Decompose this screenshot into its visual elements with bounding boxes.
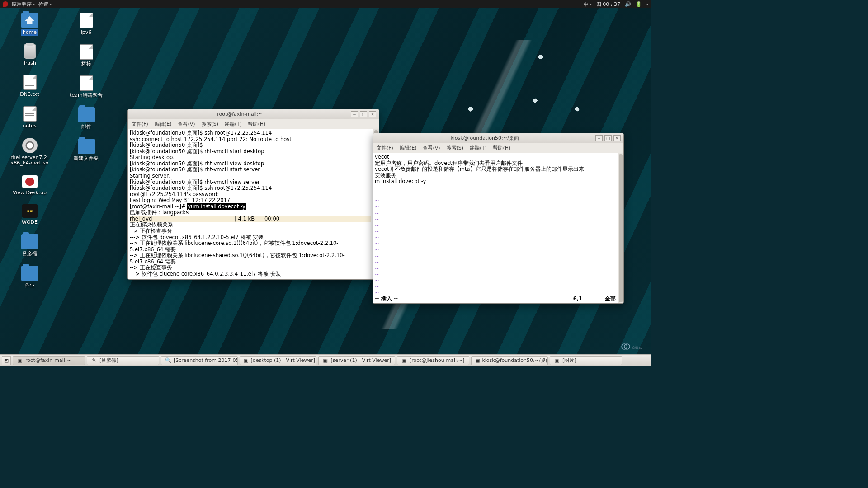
volume-icon[interactable]: 🔊 xyxy=(625,1,631,7)
terminal-output[interactable]: [kiosk@foundation50 桌面]$ ssh root@172.25… xyxy=(128,129,373,279)
desktop-icon-mail[interactable]: 邮件 xyxy=(65,107,108,131)
svg-text:亿速云: 亿速云 xyxy=(631,345,642,349)
app-icon: ▣ xyxy=(322,357,328,364)
file-icon xyxy=(80,44,93,60)
taskbar-item-label: [Screenshot from 2017-05… xyxy=(174,357,238,363)
desktop-icon-label: 桥接 xyxy=(80,61,93,68)
window-title: kiosk@foundation50:~/桌面 xyxy=(376,135,594,141)
menu-file[interactable]: 文件(F) xyxy=(132,121,148,127)
taskbar-item-label: [图片] xyxy=(562,357,576,364)
desktop-icon-label: rhel-server-7.2-x86_64-dvd.iso xyxy=(8,155,51,167)
maximize-button[interactable]: ▢ xyxy=(604,135,612,141)
desktop-icon-home[interactable]: home xyxy=(8,13,51,36)
highlighted-command: yum install dovecot -y xyxy=(187,203,246,210)
terminal-window-faxin[interactable]: root@faxin-mail:~ ━ ▢ ✕ 文件(F) 编辑(E) 查看(V… xyxy=(127,109,379,280)
app-icon: ▣ xyxy=(244,357,248,364)
desktop-icon-wode[interactable]: ▣▣WODE xyxy=(8,204,51,226)
app-icon: ▣ xyxy=(17,357,23,364)
menu-search[interactable]: 搜索(S) xyxy=(202,121,219,127)
file-lines-icon xyxy=(23,106,37,122)
file-icon xyxy=(80,13,93,28)
taskbar-item-faxin[interactable]: ▣root@faxin-mail:~ xyxy=(13,356,85,365)
desktop-icon-viewdsk[interactable]: View Desktop xyxy=(8,175,51,197)
menu-search[interactable]: 搜索(S) xyxy=(447,145,464,151)
taskbar-item-label: [root@jieshou-mail:~] xyxy=(410,357,464,363)
taskbar-item-screenshot[interactable]: 🔍[Screenshot from 2017-05… xyxy=(161,356,238,365)
taskbar-item-pictures[interactable]: ▣[图片] xyxy=(550,356,622,365)
menu-edit[interactable]: 编辑(E) xyxy=(400,145,417,151)
taskbar-item-jieshou[interactable]: ▣[root@jieshou-mail:~] xyxy=(397,356,469,365)
menu-help[interactable]: 帮助(H) xyxy=(248,121,265,127)
redhat-icon xyxy=(22,175,38,188)
activities-icon[interactable] xyxy=(3,1,8,7)
menu-view[interactable]: 查看(V) xyxy=(178,121,195,127)
scrollbar[interactable] xyxy=(618,153,623,303)
desktop-icon-label: DNS.txt xyxy=(18,91,41,98)
desktop-icon-label: notes xyxy=(21,123,38,130)
terminal-output[interactable]: vecot 定用户名称，用户密码。dovect程序带我们去看用户邮件文件 vec… xyxy=(373,153,618,303)
desktop-icon-trash[interactable]: Trash xyxy=(8,44,51,67)
battery-icon[interactable]: 🔋 xyxy=(636,1,642,7)
taskbar-item-label: kiosk@foundation50:~/桌面 xyxy=(482,357,548,364)
taskbar-item-label: root@faxin-mail:~ xyxy=(25,357,71,363)
taskbar-item-vv-server[interactable]: ▣[server (1) - Virt Viewer] xyxy=(318,356,395,365)
menu-file[interactable]: 文件(F) xyxy=(377,145,393,151)
close-button[interactable]: ✕ xyxy=(369,111,376,117)
terminal-menubar: 文件(F) 编辑(E) 查看(V) 搜索(S) 终端(T) 帮助(H) xyxy=(128,119,379,129)
wode-icon: ▣▣ xyxy=(22,204,38,218)
places-menu[interactable]: 位置▾ xyxy=(38,1,52,8)
desktop-icon-ipv6[interactable]: ipv6 xyxy=(65,13,108,36)
ime-indicator[interactable]: 中▾ xyxy=(584,1,592,8)
menu-edit[interactable]: 编辑(E) xyxy=(155,121,172,127)
app-icon: ▣ xyxy=(475,357,480,364)
watermark-logo: 亿速云 xyxy=(620,342,643,352)
disc-icon xyxy=(22,138,38,153)
applications-menu[interactable]: 应用程序▾ xyxy=(12,1,35,8)
maximize-button[interactable]: ▢ xyxy=(360,111,367,117)
desktop-icon-rheliso[interactable]: rhel-server-7.2-x86_64-dvd.iso xyxy=(8,138,51,167)
desktop-icon-label: WODE xyxy=(20,219,39,226)
minimize-button[interactable]: ━ xyxy=(595,135,603,141)
file-lines-icon xyxy=(23,75,37,90)
desktop-icon-homework[interactable]: 作业 xyxy=(8,266,51,289)
desktop-icon-label: 邮件 xyxy=(80,124,93,131)
taskbar-item-gedit-lyr[interactable]: ✎[吕彦儒] xyxy=(87,356,159,365)
system-menu-caret-icon[interactable]: ▾ xyxy=(646,2,648,6)
app-icon: ✎ xyxy=(91,357,97,364)
folder-icon xyxy=(78,107,95,122)
desktop-icon-label: home xyxy=(21,29,38,36)
window-titlebar[interactable]: root@faxin-mail:~ ━ ▢ ✕ xyxy=(128,109,379,119)
menu-terminal[interactable]: 终端(T) xyxy=(470,145,486,151)
desktop-icon-label: Trash xyxy=(21,60,38,67)
desktop-icon-label: ipv6 xyxy=(79,29,94,36)
desktop-icon-bridge[interactable]: 桥接 xyxy=(65,44,108,68)
window-title: root@faxin-mail:~ xyxy=(131,111,349,117)
menu-terminal[interactable]: 终端(T) xyxy=(225,121,241,127)
desktop-icon-label: 作业 xyxy=(23,282,37,289)
taskbar-item-foundation[interactable]: ▣kiosk@foundation50:~/桌面 xyxy=(471,356,548,365)
desktop-icon-notes[interactable]: notes xyxy=(8,106,51,130)
file-icon xyxy=(80,75,93,91)
minimize-button[interactable]: ━ xyxy=(351,111,358,117)
bottom-taskbar: ◩ ▣root@faxin-mail:~✎[吕彦儒]🔍[Screenshot f… xyxy=(0,354,651,366)
desktop-icon-dns[interactable]: DNS.txt xyxy=(8,75,51,98)
vim-tilde-column: ~~~~~~~~~~~~~~~~ xyxy=(375,198,616,296)
window-titlebar[interactable]: kiosk@foundation50:~/桌面 ━ ▢ ✕ xyxy=(373,133,623,143)
folder-home-icon xyxy=(21,13,38,28)
terminal-window-foundation[interactable]: kiosk@foundation50:~/桌面 ━ ▢ ✕ 文件(F) 编辑(E… xyxy=(373,133,624,304)
menu-view[interactable]: 查看(V) xyxy=(423,145,440,151)
desktop-icon-label: View Desktop xyxy=(11,190,48,197)
desktop-icon-newdir[interactable]: 新建文件夹 xyxy=(65,139,108,162)
folder-icon xyxy=(21,266,38,281)
close-button[interactable]: ✕ xyxy=(613,135,621,141)
top-panel: 应用程序▾ 位置▾ 中▾ 四 00 : 37 🔊 🔋 ▾ xyxy=(0,0,651,8)
scrollbar-thumb[interactable] xyxy=(619,154,623,302)
desktop-icon-lyr[interactable]: 吕彦儒 xyxy=(8,234,51,258)
desktop-icon-teamagg[interactable]: team链路聚合 xyxy=(65,75,108,99)
show-desktop-button[interactable]: ◩ xyxy=(2,356,11,365)
trash-icon xyxy=(24,44,36,59)
taskbar-item-label: [desktop (1) - Virt Viewer] xyxy=(250,357,315,363)
clock[interactable]: 四 00 : 37 xyxy=(596,1,620,8)
taskbar-item-vv-desktop[interactable]: ▣[desktop (1) - Virt Viewer] xyxy=(240,356,316,365)
menu-help[interactable]: 帮助(H) xyxy=(493,145,510,151)
